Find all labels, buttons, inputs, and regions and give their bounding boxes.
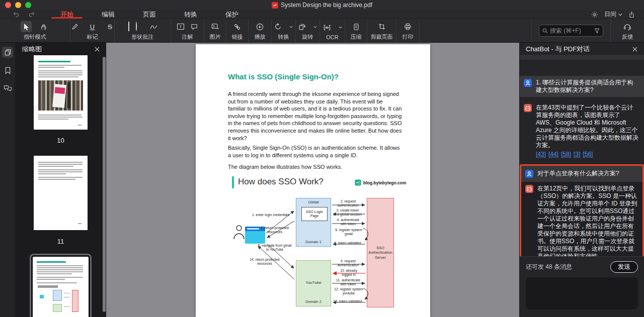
thumbnails-scrollbar[interactable]: [103, 57, 106, 312]
page-number-10: 10: [34, 137, 88, 144]
citation-link[interactable]: [56]: [583, 151, 593, 158]
underline-icon[interactable]: U: [87, 21, 98, 32]
window-controls: [5, 2, 31, 8]
group-markup: U S 标记: [70, 19, 115, 42]
chevron-down-icon: [313, 26, 317, 28]
brightness-icon[interactable]: [591, 11, 598, 18]
group-convert: 转换: [272, 19, 296, 42]
group-label: 旋转: [302, 33, 313, 41]
document-view[interactable]: What is SSO (Single Sign-On)? A friend r…: [106, 43, 519, 317]
freehand-shape-icon[interactable]: [150, 24, 157, 30]
group-label: 压缩: [351, 33, 362, 41]
zoom-window-button[interactable]: [25, 2, 31, 8]
citation-link[interactable]: [58]: [561, 151, 571, 158]
redo-icon[interactable]: [28, 11, 36, 18]
compress-icon[interactable]: [353, 23, 360, 31]
tab-convert[interactable]: 转换: [183, 10, 198, 19]
crop-page-icon[interactable]: [378, 23, 385, 30]
text-note-icon[interactable]: T: [177, 24, 184, 30]
filter-icon[interactable]: [594, 28, 600, 34]
close-thumbnails-icon[interactable]: [93, 45, 101, 53]
tab-home[interactable]: 开始: [59, 10, 74, 19]
group-pointer-mode: 指针模式: [0, 19, 70, 42]
user-avatar: [525, 170, 533, 178]
chat-footer: 还可发 48 条消息 发送: [520, 256, 644, 317]
close-chatbot-icon[interactable]: [631, 45, 639, 53]
theme-label: 日间: [604, 10, 616, 19]
hand-tool-icon[interactable]: [38, 21, 49, 32]
titlebar: System Design the big archive.pdf: [0, 0, 644, 10]
group-label: 剪裁页面: [371, 33, 393, 41]
diagram-arrows: [196, 44, 430, 317]
citation-link[interactable]: [43]: [536, 151, 546, 158]
pointer-cursor-icon[interactable]: [21, 21, 32, 32]
chevron-down-icon: [289, 26, 293, 28]
search-input[interactable]: [550, 27, 592, 34]
group-label: 链接: [232, 33, 243, 41]
document-title: System Design the big archive.pdf: [281, 2, 372, 9]
thumbnails-panel-icon[interactable]: [2, 47, 13, 58]
chatbot-panel-title: ChatBot - 与 PDF对话: [526, 45, 631, 54]
tab-protect[interactable]: 保护: [224, 10, 239, 19]
group-label: 转换: [278, 33, 289, 41]
citation-link[interactable]: [44]: [548, 151, 558, 158]
group-print: 打印: [396, 19, 420, 42]
group-label: 标记: [87, 33, 98, 41]
citation-link[interactable]: [3]: [574, 151, 580, 158]
ocr-icon[interactable]: [323, 24, 331, 31]
page-thumbnail-11[interactable]: [34, 156, 88, 230]
highlighted-conversation: 对于单点登录有什么解决方案? 在第12页中，我们可以找到单点登录（SSO）的解决…: [520, 164, 644, 256]
comments-panel-icon[interactable]: [2, 83, 13, 94]
ribbon-tabs: 开始 编辑 页面 转换 保护: [59, 10, 239, 19]
bookmarks-panel-icon[interactable]: [2, 65, 13, 76]
convert-icon[interactable]: [274, 23, 282, 30]
group-ocr: OCR: [320, 19, 345, 42]
page-thumbnail-12-selected[interactable]: [30, 254, 92, 317]
active-tab-underline: [51, 17, 83, 19]
citation-links: [43][44][58][3][56]: [536, 149, 639, 158]
chat-messages[interactable]: 1. 哪些云计算服务提供商适合用于构建大型数据解决方案? 在第43页中提到了一个…: [520, 59, 644, 256]
share-icon[interactable]: [628, 11, 635, 18]
feedback-headset-icon[interactable]: [623, 23, 631, 31]
theme-selector[interactable]: 日间: [604, 10, 622, 19]
print-icon[interactable]: [404, 23, 412, 30]
ribbon-tab-bar: 开始 编辑 页面 转换 保护 日间: [0, 10, 644, 19]
toolbar-spacer: [420, 19, 532, 42]
chatbot-panel: ChatBot - 与 PDF对话 1. 哪些云计算服务提供商适合用于构建大型数…: [519, 43, 644, 317]
insert-image-icon[interactable]: [211, 23, 219, 30]
group-compress: 压缩: [345, 19, 367, 42]
rectangle-shape-icon[interactable]: [128, 22, 129, 31]
group-label: 注解: [182, 33, 193, 41]
close-window-button[interactable]: [5, 2, 11, 8]
group-crop: 剪裁页面: [367, 19, 396, 42]
play-icon[interactable]: [256, 23, 264, 31]
chat-input[interactable]: [526, 277, 638, 309]
highlight-pen-icon[interactable]: [69, 21, 80, 32]
group-play: 播放: [249, 19, 272, 42]
message-text: 1. 哪些云计算服务提供商适合用于构建大型数据解决方案?: [536, 79, 639, 94]
rotate-icon[interactable]: [298, 23, 306, 30]
ellipse-shape-icon[interactable]: [136, 22, 137, 31]
bookshelf-photo: [38, 80, 83, 111]
strikethrough-icon[interactable]: S: [105, 21, 116, 32]
search-icon: [542, 28, 548, 34]
tab-edit[interactable]: 编辑: [101, 10, 116, 19]
message-text: 在第43页中提到了一个比较各个云计算服务商的图表，该图表展示了 AWS、Goog…: [536, 104, 639, 149]
minimize-window-button[interactable]: [15, 2, 21, 8]
chevron-down-icon: [339, 26, 342, 29]
group-label: 指针模式: [24, 33, 46, 41]
send-button[interactable]: 发送: [610, 261, 638, 273]
page-thumbnail-10[interactable]: [34, 55, 88, 130]
main-toolbar: 指针模式 U S 标记 形状批注 T 注解: [0, 19, 644, 43]
pdf-page[interactable]: What is SSO (Single Sign-On)? A friend r…: [196, 44, 430, 317]
feedback-label: 反馈: [622, 33, 633, 41]
search-box[interactable]: [539, 25, 603, 37]
thumbnails-panel-title: 缩略图: [22, 45, 93, 54]
comment-icon[interactable]: [191, 24, 198, 30]
link-icon[interactable]: [233, 23, 241, 31]
tab-pages[interactable]: 页面: [142, 10, 157, 19]
undo-icon[interactable]: [12, 11, 20, 18]
search-area: [532, 19, 611, 42]
group-feedback: 反馈: [611, 19, 644, 42]
group-label: OCR: [326, 34, 338, 40]
